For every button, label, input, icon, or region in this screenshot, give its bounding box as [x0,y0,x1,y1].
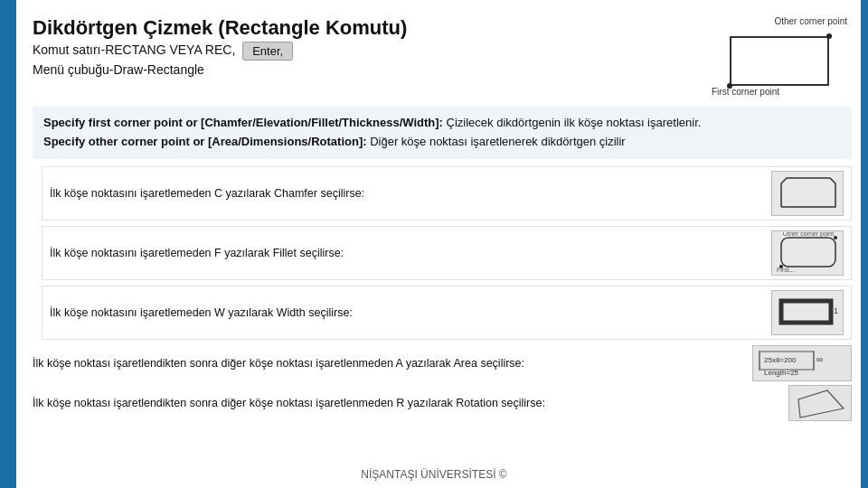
left-accent-bar [0,0,16,488]
body-line1-rest: Çizilecek dikdörtgenin ilk köşe noktası … [443,116,701,129]
width-svg: 1 [774,292,842,333]
subtitle-text1: Komut satırı-RECTANG VEYA REC, [33,42,235,57]
chamfer-svg [774,173,842,213]
area-img: 25x8=200 ∞ Length=25 [752,345,852,381]
svg-point-1 [727,83,732,89]
svg-text:25x8=200: 25x8=200 [764,356,797,364]
svg-text:Other corner point: Other corner point [782,232,833,238]
fillet-img: Other corner point First... [771,230,844,276]
svg-rect-2 [781,238,835,267]
rotation-img [788,385,852,421]
fillet-row: İlk köşe noktasını işaretlemeden F yazıl… [42,226,852,280]
rotation-svg [791,386,850,420]
body-line2-bold: Specify other corner point or [Area/Dime… [43,135,367,148]
sub-items-container: İlk köşe noktasını işaretlemeden C yazıl… [42,166,852,340]
area-text: İlk köşe noktası işaretlendikten sonra d… [33,357,743,370]
svg-point-4 [834,236,837,239]
corner-diagram: Other corner point First corner point [707,16,852,98]
svg-point-0 [826,33,832,39]
svg-text:Length=25: Length=25 [764,369,799,377]
subtitle-line1: Komut satırı-RECTANG VEYA REC, Enter, [33,42,698,61]
header-area: Dikdörtgen Çizmek (Rectangle Komutu) Kom… [33,16,852,98]
footer-text: NİŞANTAŞI ÜNİVERSİTESİ © [361,468,506,481]
svg-text:First...: First... [777,267,794,273]
page-title: Dikdörtgen Çizmek (Rectangle Komutu) [33,16,698,40]
area-svg: 25x8=200 ∞ Length=25 [755,346,850,380]
fillet-svg: Other corner point First... [774,232,842,273]
width-text: İlk köşe noktasını işaretlemeden W yazıl… [50,306,762,319]
svg-text:1: 1 [834,306,838,315]
area-row: İlk köşe noktası işaretlendikten sonra d… [33,345,852,381]
main-content: Dikdörtgen Çizmek (Rectangle Komutu) Kom… [16,0,868,488]
svg-text:∞: ∞ [816,354,823,364]
fillet-text: İlk köşe noktasını işaretlemeden F yazıl… [50,247,762,259]
rotation-text: İlk köşe noktası işaretlendikten sonra d… [33,397,779,409]
chamfer-text: İlk köşe noktasını işaretlemeden C yazıl… [50,187,762,200]
right-accent-bar [861,0,868,488]
chamfer-img [771,171,844,216]
enter-button[interactable]: Enter, [242,42,293,61]
rotation-row: İlk köşe noktası işaretlendikten sonra d… [33,385,852,421]
header-text: Dikdörtgen Çizmek (Rectangle Komutu) Kom… [33,16,698,79]
body-block: Specify first corner point or [Chamfer/E… [33,107,852,159]
footer: NİŞANTAŞI ÜNİVERSİTESİ © [0,468,868,481]
subtitle-line2: Menü çubuğu-Draw-Rectangle [33,62,698,77]
corner-diagram-inner: Other corner point First corner point [712,16,847,98]
chamfer-row: İlk köşe noktasını işaretlemeden C yazıl… [42,166,852,221]
width-img: 1 [771,290,844,335]
svg-rect-7 [781,301,831,323]
svg-marker-15 [798,390,844,418]
width-row: İlk köşe noktasını işaretlemeden W yazıl… [42,286,852,340]
body-line1-bold: Specify first corner point or [Chamfer/E… [43,116,443,129]
corner-dots-svg [712,16,847,98]
body-line2-rest: Diğer köşe noktası işaretlenerek dikdört… [367,135,626,148]
